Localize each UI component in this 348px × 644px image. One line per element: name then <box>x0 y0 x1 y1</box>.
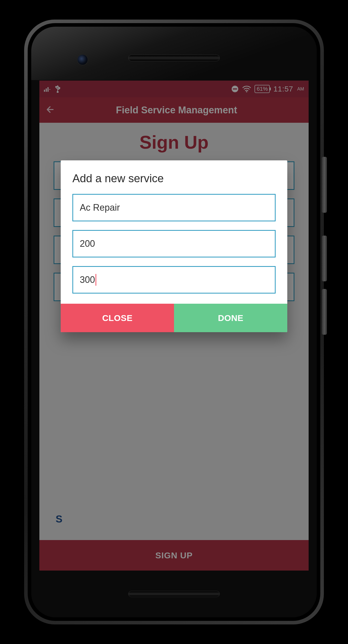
service-value-a-input-field[interactable] <box>80 238 268 249</box>
service-value-a-input[interactable] <box>72 230 276 257</box>
close-button[interactable]: CLOSE <box>61 304 174 332</box>
device-volume-down <box>322 289 327 335</box>
dialog-title: Add a new service <box>72 172 276 185</box>
service-value-b-input[interactable]: 300 <box>72 266 276 294</box>
device-front-camera <box>77 54 88 65</box>
device-mockup: 61% 11:57 AM Field Service Management Si… <box>24 20 324 624</box>
add-service-dialog: Add a new service 300 <box>61 160 287 332</box>
service-name-input-field[interactable] <box>80 202 268 213</box>
device-power-button <box>322 157 327 213</box>
text-caret <box>96 274 96 286</box>
device-speaker <box>128 591 220 597</box>
service-name-input[interactable] <box>72 194 276 221</box>
screen: 61% 11:57 AM Field Service Management Si… <box>39 81 309 571</box>
dialog-actions: CLOSE DONE <box>61 304 287 332</box>
device-volume-up <box>322 236 327 281</box>
device-earpiece <box>128 55 220 61</box>
done-button[interactable]: DONE <box>174 304 287 332</box>
service-value-b-text: 300 <box>80 274 95 285</box>
